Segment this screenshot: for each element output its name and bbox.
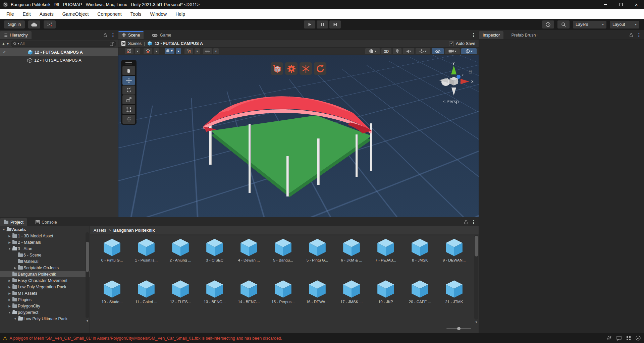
hierarchy-search-input[interactable]: ▾ All [11, 41, 116, 47]
search-button[interactable] [557, 20, 570, 28]
effects-button[interactable]: ▾ [416, 48, 430, 54]
tree-scrollbar-thumb[interactable] [86, 242, 89, 272]
prefab-settings-tool[interactable] [285, 62, 298, 75]
asset-item[interactable]: 19 - JKP [369, 278, 403, 319]
menu-item-gameobject[interactable]: GameObject [58, 9, 93, 19]
grid-visibility-button[interactable]: Y [165, 48, 174, 54]
sign-in-button[interactable]: Sign in [4, 20, 25, 28]
tool-handle-rotation-caret[interactable]: ▾ [154, 48, 159, 54]
menu-item-tools[interactable]: Tools [126, 9, 146, 19]
menu-item-component[interactable]: Component [93, 9, 126, 19]
asset-item[interactable]: 17 - JMSK ... [334, 278, 369, 319]
add-object-button[interactable]: + [2, 41, 5, 47]
tab-inspector[interactable]: Inspector [479, 31, 503, 39]
tree-item[interactable]: ▶2 - Materials [0, 239, 90, 245]
asset-item[interactable]: 4 - Dewan ... [232, 236, 266, 277]
status-bar[interactable]: ⚠ A polygon of Mesh 'SM_Veh_Car_Small_01… [0, 333, 644, 343]
tool-handle-position-caret[interactable]: ▾ [135, 48, 140, 54]
status-warning-text[interactable]: A polygon of Mesh 'SM_Veh_Car_Small_01' … [9, 336, 282, 341]
cells-grid-icon[interactable] [626, 336, 631, 341]
asset-item[interactable]: 1 - Pusat Is... [129, 236, 163, 277]
asset-item[interactable]: 9 - DEWAN... [437, 236, 471, 277]
hierarchy-item-child[interactable]: 12 - FUTSAL CAMPUS A [0, 56, 118, 64]
chat-bubble-icon[interactable] [616, 336, 622, 341]
menu-item-window[interactable]: Window [146, 9, 171, 19]
asset-item[interactable]: 10 - Stude... [95, 278, 129, 319]
camera-settings-button[interactable]: ▾ [445, 48, 460, 54]
asset-item[interactable]: 5 - Pintu G... [300, 236, 334, 277]
menu-item-help[interactable]: Help [171, 9, 190, 19]
pick-icon[interactable] [110, 42, 114, 46]
asset-zoom-slider[interactable] [446, 327, 471, 330]
minimize-button[interactable] [598, 0, 613, 9]
tree-item[interactable]: 6 - Scene [0, 252, 90, 258]
tree-scroll-down-arrow[interactable]: ▼ [86, 319, 89, 323]
futsal-court-model[interactable] [118, 55, 479, 217]
scenes-crumb[interactable]: Scenes [128, 41, 142, 46]
tab-prefab-brush[interactable]: Prefab Brush+ [507, 31, 542, 39]
tree-right-arrow-icon[interactable]: ▶ [7, 285, 12, 289]
orientation-gizmo[interactable]: y x z < Persp [430, 59, 475, 110]
pause-button[interactable] [317, 20, 328, 28]
tree-item[interactable]: ▶MT Assets [0, 290, 90, 296]
rotate-tool[interactable] [122, 85, 135, 95]
asset-item[interactable]: 21 - JTMK [437, 278, 471, 319]
menu-item-edit[interactable]: Edit [18, 9, 35, 19]
view-hand-tool[interactable] [122, 66, 135, 75]
transform-tool[interactable] [122, 115, 135, 124]
lock-icon[interactable] [468, 69, 473, 74]
tree-right-arrow-icon[interactable]: ▶ [7, 292, 12, 295]
tab-console[interactable]: Console [32, 218, 61, 226]
tree-item[interactable]: ▼polyperfect [0, 309, 90, 316]
tree-item[interactable]: ▶Low Poly Vegetation Pack [0, 284, 90, 290]
undo-history-button[interactable] [542, 20, 554, 28]
lock-icon[interactable] [629, 33, 633, 37]
breadcrumb-assets[interactable]: Assets [94, 228, 106, 233]
tree-right-arrow-icon[interactable]: ▶ [7, 234, 12, 238]
shading-mode-button[interactable]: ▾ [365, 48, 380, 54]
move-tool[interactable] [122, 76, 135, 85]
tree-scrollbar[interactable]: ▼ [86, 232, 89, 318]
asset-item[interactable]: 2 - Anjung ... [163, 236, 198, 277]
hierarchy-item-scene-root[interactable]: < 12 - FUTSAL CAMPUS A [0, 48, 118, 56]
layers-dropdown[interactable]: Layers▾ [573, 21, 606, 28]
projection-mode-label[interactable]: < Persp [443, 99, 459, 104]
menu-item-assets[interactable]: Assets [35, 9, 58, 19]
asset-item[interactable]: 7 - PEJAB... [369, 236, 403, 277]
menu-item-file[interactable]: File [2, 9, 18, 19]
lock-icon[interactable] [103, 33, 107, 37]
auto-save-toggle[interactable]: ✓ Auto Save [449, 41, 475, 46]
grid-scrollbar-thumb[interactable] [475, 236, 478, 256]
tree-item[interactable]: ▼3 - Atan [0, 245, 90, 252]
audio-mute-button[interactable] [403, 48, 414, 54]
scene-lighting-button[interactable] [393, 48, 401, 54]
tree-down-arrow-icon[interactable]: ▼ [7, 311, 12, 314]
cloud-services-button[interactable] [28, 20, 40, 28]
increment-snap-button[interactable] [203, 48, 212, 54]
grid-scrollbar[interactable]: ▼ [474, 235, 478, 320]
asset-item[interactable]: 12 - FUTS... [163, 278, 198, 319]
tree-item[interactable]: ▶PolygonCity [0, 303, 90, 309]
mode-2d-button[interactable]: 2D [381, 48, 391, 54]
notifications-muted-icon[interactable] [607, 336, 612, 341]
prefab-rotate-tool[interactable] [314, 62, 326, 75]
auto-save-checkbox[interactable]: ✓ [449, 41, 454, 46]
tab-game[interactable]: Game [148, 31, 175, 39]
rect-tool[interactable] [122, 105, 135, 114]
tree-right-arrow-icon[interactable]: ▶ [7, 298, 12, 301]
tab-scene[interactable]: Scene [118, 31, 144, 39]
tab-hierarchy[interactable]: Hierarchy [0, 31, 32, 39]
status-check-icon[interactable] [636, 336, 641, 341]
tab-project[interactable]: Project [0, 218, 27, 226]
kebab-menu-icon[interactable]: ⋮ [471, 32, 476, 38]
asset-item[interactable]: 15 - Perpus... [266, 278, 300, 319]
grid-visibility-caret[interactable]: ▾ [176, 48, 181, 54]
snap-caret[interactable]: ▾ [195, 48, 200, 54]
close-button[interactable]: × [629, 0, 644, 9]
maximize-button[interactable] [613, 0, 629, 9]
asset-item[interactable]: 16 - DEWA... [300, 278, 334, 319]
tree-item[interactable]: Material [0, 258, 90, 265]
gizmos-button[interactable]: ▾ [461, 48, 477, 54]
step-button[interactable] [329, 20, 341, 28]
tree-item[interactable]: ▶Scriptable ObJects [0, 265, 90, 271]
